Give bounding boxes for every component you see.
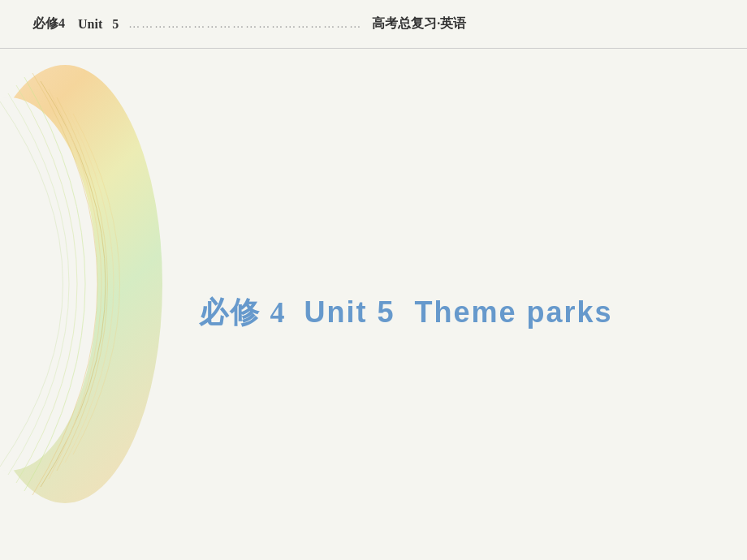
main-title: 必修 4 Unit 5 Theme parks [199,293,612,333]
title-block: 必修 4 Unit 5 Theme parks [199,293,612,333]
header-right: 高考总复习·英语 [372,15,466,32]
header-unit-number: 5 [112,17,119,32]
header-prefix-chinese: 必修4 [32,15,65,32]
header-unit-label: Unit [78,17,102,32]
header-space2 [106,17,109,32]
title-unit: Unit 5 Theme parks [304,295,612,329]
title-chinese: 必修 4 [199,296,304,329]
header-space [68,17,75,32]
header-dots: ……………………………………………… [128,18,362,31]
main-content: 必修 4 Unit 5 Theme parks [0,49,747,560]
header-left: 必修4 Unit 5 [32,15,119,32]
header: 必修4 Unit 5 ……………………………………………… 高考总复习·英语 [0,0,747,49]
